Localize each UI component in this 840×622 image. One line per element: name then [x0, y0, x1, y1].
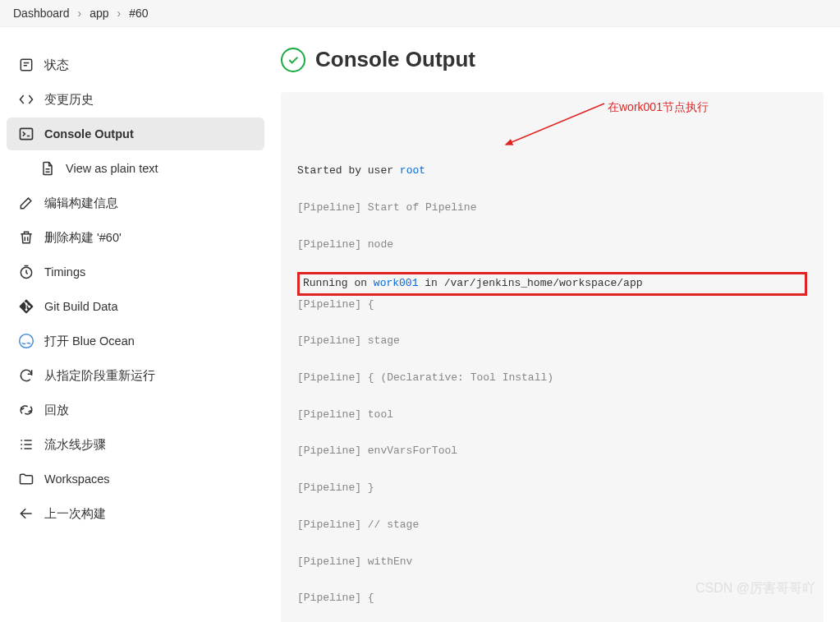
clock-icon [18, 264, 34, 280]
console-line: [Pipeline] stage [297, 332, 807, 350]
console-line: [Pipeline] } [297, 479, 807, 497]
git-icon [18, 298, 34, 315]
sidebar-item-pipeline-steps[interactable]: 流水线步骤 [7, 428, 264, 461]
console-line: [Pipeline] { [297, 589, 807, 607]
console-line: [Pipeline] envVarsForTool [297, 442, 807, 460]
terminal-icon [18, 126, 34, 142]
sidebar-item-console-output[interactable]: Console Output [7, 117, 264, 150]
console-line: [Pipeline] Start of Pipeline [297, 199, 807, 217]
console-line-highlighted: Running on work001 in /var/jenkins_home/… [297, 272, 807, 295]
page-title: Console Output [315, 47, 475, 72]
sidebar-item-label: Workspaces [44, 472, 110, 486]
sidebar-item-status[interactable]: 状态 [7, 48, 264, 81]
breadcrumb-item-build[interactable]: #60 [129, 7, 148, 20]
console-output: 在work001节点执行 Started by user root [Pipel… [281, 92, 824, 622]
console-line: [Pipeline] withEnv [297, 553, 807, 571]
trash-icon [18, 229, 34, 246]
sidebar-item-label: Git Build Data [44, 300, 117, 313]
success-check-icon [281, 48, 305, 72]
sidebar-item-delete-build[interactable]: 删除构建 '#60' [7, 221, 264, 254]
sidebar-item-label: 编辑构建信息 [44, 196, 118, 211]
sidebar-item-label: 变更历史 [44, 92, 94, 108]
blueocean-icon [18, 333, 34, 349]
reload-icon [18, 367, 34, 384]
status-icon [18, 57, 34, 73]
sidebar-item-label: Console Output [44, 127, 134, 141]
steps-icon [18, 436, 34, 453]
console-line: [Pipeline] node [297, 236, 807, 254]
console-line: Started by user root [297, 162, 807, 180]
console-line: [Pipeline] // stage [297, 516, 807, 534]
svg-rect-1 [21, 128, 33, 139]
file-icon [39, 160, 56, 177]
sidebar-item-label: Timings [44, 265, 85, 279]
sidebar-item-label: 打开 Blue Ocean [44, 334, 135, 349]
sidebar-item-restart-stage[interactable]: 从指定阶段重新运行 [7, 359, 264, 392]
node-link[interactable]: work001 [374, 277, 419, 289]
console-line: [Pipeline] { [297, 296, 807, 314]
sidebar-item-edit-build[interactable]: 编辑构建信息 [7, 187, 264, 219]
sidebar-item-label: 流水线步骤 [44, 437, 106, 453]
sidebar: 状态 变更历史 Console Output View as plain tex… [0, 27, 271, 622]
svg-rect-0 [21, 59, 31, 70]
sidebar-item-prev-build[interactable]: 上一次构建 [7, 497, 264, 530]
console-line: [Pipeline] tool [297, 406, 807, 424]
sidebar-item-git-build-data[interactable]: Git Build Data [7, 290, 264, 323]
sidebar-item-timings[interactable]: Timings [7, 256, 264, 288]
annotation-text: 在work001节点执行 [608, 97, 709, 117]
sidebar-item-workspaces[interactable]: Workspaces [7, 463, 264, 495]
sidebar-item-plain-text[interactable]: View as plain text [7, 152, 264, 185]
breadcrumb-item-app[interactable]: app [90, 7, 108, 20]
sidebar-item-label: 从指定阶段重新运行 [44, 368, 155, 384]
sidebar-item-label: 删除构建 '#60' [44, 230, 122, 246]
workspace-icon [18, 471, 34, 487]
sidebar-item-label: 上一次构建 [44, 506, 106, 522]
main-content: Console Output 在work001节点执行 Started by u… [271, 27, 840, 622]
user-link[interactable]: root [400, 164, 425, 177]
sidebar-item-replay[interactable]: 回放 [7, 394, 264, 426]
breadcrumb: Dashboard › app › #60 [0, 0, 840, 27]
breadcrumb-item-dashboard[interactable]: Dashboard [13, 7, 70, 20]
chevron-right-icon: › [78, 7, 82, 20]
prev-icon [18, 505, 34, 522]
code-icon [18, 91, 34, 108]
svg-point-3 [20, 334, 34, 348]
annotation-arrow-icon [501, 100, 608, 150]
sidebar-item-changes[interactable]: 变更历史 [7, 83, 264, 116]
sidebar-item-label: 状态 [44, 58, 69, 73]
sidebar-item-label: View as plain text [66, 162, 158, 175]
edit-icon [18, 195, 34, 211]
sidebar-item-label: 回放 [44, 403, 69, 418]
sidebar-item-blue-ocean[interactable]: 打开 Blue Ocean [7, 325, 264, 357]
replay-icon [18, 402, 34, 418]
console-line: [Pipeline] { (Declarative: Tool Install) [297, 369, 807, 387]
svg-line-4 [506, 104, 604, 145]
chevron-right-icon: › [117, 7, 122, 20]
